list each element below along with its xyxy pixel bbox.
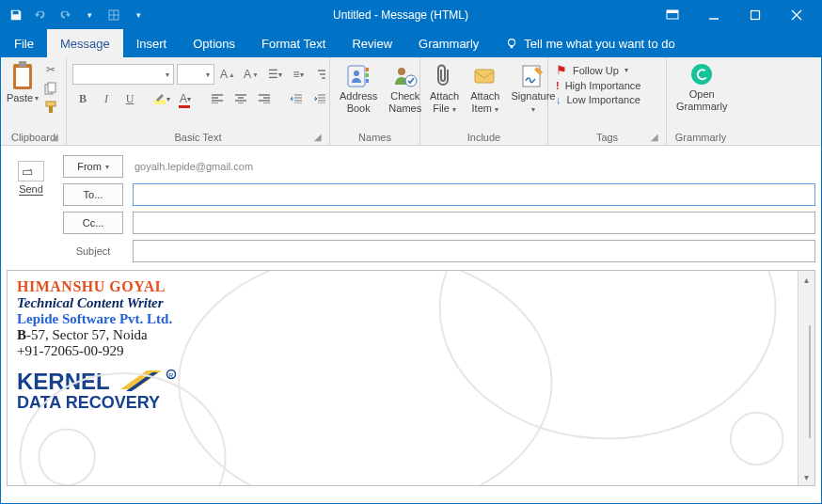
svg-rect-26 [475,70,494,83]
signature-title: Technical Content Writer [17,295,788,311]
to-field[interactable] [133,183,815,206]
italic-button[interactable]: I [96,88,117,109]
align-left-icon[interactable] [207,88,228,109]
signature-address: B-57, Sector 57, Noida [17,327,788,343]
svg-text:R: R [168,372,173,379]
svg-text:DATA RECOVERY: DATA RECOVERY [17,393,160,412]
svg-point-20 [354,71,359,76]
grow-font-icon[interactable]: A▲ [217,64,238,85]
touch-mode-icon[interactable] [103,4,125,26]
attach-item-button[interactable]: Attach Item ▾ [466,62,503,116]
svg-point-32 [731,413,783,465]
highlight-icon[interactable]: ▾ [151,88,172,109]
cc-button[interactable]: Cc... [63,212,123,234]
group-label-tags: Tags◢ [554,132,660,145]
tab-message[interactable]: Message [47,29,123,57]
tab-file[interactable]: File [1,29,47,57]
align-center-icon[interactable] [230,88,251,109]
dialog-launcher-icon[interactable]: ◢ [312,132,324,143]
send-label: Send [19,183,43,195]
dialog-launcher-icon[interactable]: ◢ [49,132,60,143]
title-bar: ▾ ▾ Untitled - Message (HTML) [1,1,821,29]
copy-icon[interactable] [42,81,59,96]
bold-button[interactable]: B [72,88,93,109]
window-title: Untitled - Message (HTML) [150,8,652,22]
svg-rect-21 [366,68,369,71]
check-names-button[interactable]: Check Names [385,62,425,116]
maximize-icon[interactable] [735,1,776,29]
save-icon[interactable] [5,4,27,26]
scrollbar[interactable]: ▴ ▾ [798,271,814,485]
font-family-select[interactable]: ▾ [72,64,174,85]
svg-point-33 [39,430,94,485]
chevron-down-icon: ▾ [105,163,109,171]
clipboard-icon [9,60,36,92]
dialog-launcher-icon[interactable]: ◢ [649,132,660,143]
close-icon[interactable] [776,1,817,29]
scroll-up-icon[interactable]: ▴ [798,271,814,288]
redo-icon[interactable] [54,4,76,26]
svg-rect-22 [366,73,369,77]
increase-indent-icon[interactable] [309,88,330,109]
tab-review[interactable]: Review [339,29,405,57]
tell-me-label: Tell me what you want to do [524,37,674,51]
send-icon: ▭→ [18,161,44,181]
signature-icon [521,64,545,88]
tab-options[interactable]: Options [180,29,248,57]
compose-header: ▭→ Send From▾ goyalh.lepide@gmail.com To… [1,146,821,262]
decrease-indent-icon[interactable] [286,88,307,109]
chevron-down-icon: ▾ [35,94,39,102]
tab-grammarly[interactable]: Grammarly [405,29,492,57]
svg-rect-23 [366,79,369,83]
svg-rect-12 [16,68,29,87]
subject-field[interactable] [133,240,815,262]
attach-file-button[interactable]: Attach File ▾ [426,62,463,116]
arrow-down-icon: ↓ [556,94,561,105]
cc-field[interactable] [133,212,815,234]
svg-point-28 [691,64,712,85]
message-body-area: HIMANSHU GOYAL Technical Content Writer … [7,270,815,486]
qat-more-icon[interactable]: ▾ [78,4,101,26]
group-label-clipboard: Clipboard◢ [7,132,60,145]
paste-button[interactable]: Paste▾ [7,60,39,103]
paperclip-icon [435,64,455,88]
underline-button[interactable]: U [119,88,140,109]
svg-rect-6 [751,11,760,20]
high-importance-button[interactable]: !High Importance [556,80,640,91]
format-painter-icon[interactable] [42,100,59,115]
ribbon-options-icon[interactable] [652,1,693,29]
bullets-icon[interactable]: ☰▾ [264,64,285,85]
shrink-font-icon[interactable]: A▼ [241,64,261,85]
subject-label: Subject [63,245,123,257]
open-grammarly-button[interactable]: Open Grammarly [672,60,731,114]
undo-icon[interactable] [29,4,52,26]
ribbon: Paste▾ ✂ Clipboard◢ ▾ ▾ A▲ A▼ ☰▾ ≡▾ B [1,57,821,146]
numbering-icon[interactable]: ≡▾ [288,64,308,85]
tab-format-text[interactable]: Format Text [248,29,339,57]
qat-customize-icon[interactable]: ▾ [127,4,150,26]
scroll-down-icon[interactable]: ▾ [798,468,814,485]
scrollbar-thumb[interactable] [809,325,811,438]
flag-icon: ⚑ [556,63,567,77]
address-book-button[interactable]: Address Book [336,62,381,116]
tab-insert[interactable]: Insert [123,29,181,57]
cut-icon[interactable]: ✂ [42,62,59,77]
align-right-icon[interactable] [254,88,275,109]
group-label-names: Names [336,132,414,145]
from-value: goyalh.lepide@gmail.com [133,161,815,172]
to-button[interactable]: To... [63,183,123,206]
svg-rect-17 [49,106,53,113]
send-button[interactable]: ▭→ Send [7,155,55,262]
minimize-icon[interactable] [693,1,735,29]
attach-item-icon [473,64,498,88]
svg-point-9 [509,39,515,46]
group-label-basictext: Basic Text◢ [72,132,324,145]
tell-me[interactable]: Tell me what you want to do [492,29,688,57]
font-color-icon[interactable]: A▾ [175,88,196,109]
multilevel-icon[interactable] [311,64,332,85]
font-size-select[interactable]: ▾ [177,64,214,85]
low-importance-button[interactable]: ↓Low Importance [556,94,640,105]
follow-up-button[interactable]: ⚑Follow Up ▾ [556,63,628,77]
from-button[interactable]: From▾ [63,155,123,178]
message-body[interactable]: HIMANSHU GOYAL Technical Content Writer … [8,271,798,485]
